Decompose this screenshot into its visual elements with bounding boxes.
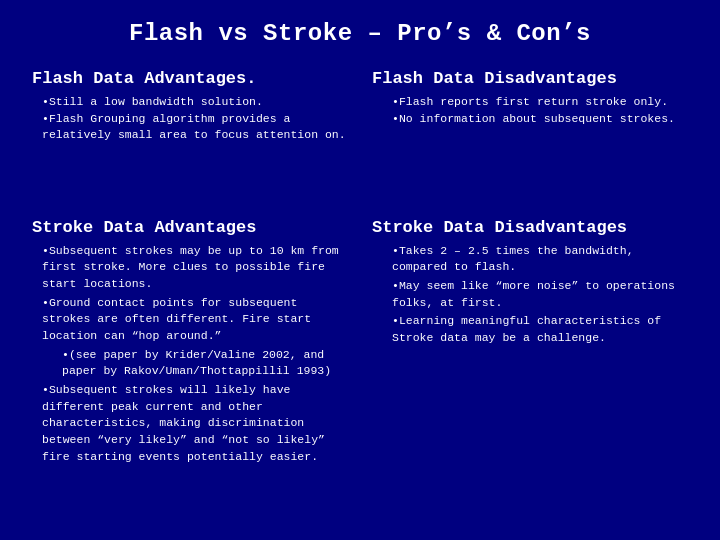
stroke-adv-bullet-1: •Subsequent strokes may be up to 10 km f… — [42, 243, 348, 293]
stroke-dis-bullet-1: •Takes 2 – 2.5 times the bandwidth, comp… — [392, 243, 688, 276]
flash-disadvantages-body: •Flash reports first return stroke only.… — [372, 94, 688, 127]
stroke-advantages-body: •Subsequent strokes may be up to 10 km f… — [32, 243, 348, 466]
flash-disadvantages-section: Flash Data Disadvantages •Flash reports … — [370, 65, 690, 204]
stroke-advantages-title: Stroke Data Advantages — [32, 218, 348, 237]
flash-adv-bullet-1: •Still a low bandwidth solution. — [42, 94, 348, 111]
content-grid: Flash Data Advantages. •Still a low band… — [30, 65, 690, 525]
flash-disadvantages-title: Flash Data Disadvantages — [372, 69, 688, 88]
flash-dis-bullet-1: •Flash reports first return stroke only. — [392, 94, 688, 111]
stroke-adv-bullet-4: •Subsequent strokes will likely have dif… — [42, 382, 348, 465]
flash-advantages-body: •Still a low bandwidth solution. •Flash … — [32, 94, 348, 144]
flash-adv-bullet-2: •Flash Grouping algorithm provides a rel… — [42, 111, 348, 144]
stroke-disadvantages-title: Stroke Data Disadvantages — [372, 218, 688, 237]
stroke-disadvantages-section: Stroke Data Disadvantages •Takes 2 – 2.5… — [370, 214, 690, 525]
flash-advantages-title: Flash Data Advantages. — [32, 69, 348, 88]
page: Flash vs Stroke – Pro’s & Con’s Flash Da… — [0, 0, 720, 540]
page-title: Flash vs Stroke – Pro’s & Con’s — [30, 20, 690, 47]
stroke-advantages-section: Stroke Data Advantages •Subsequent strok… — [30, 214, 350, 525]
flash-advantages-section: Flash Data Advantages. •Still a low band… — [30, 65, 350, 204]
stroke-dis-bullet-2: •May seem like “more noise” to operation… — [392, 278, 688, 311]
flash-dis-bullet-2: •No information about subsequent strokes… — [392, 111, 688, 128]
stroke-adv-bullet-3: •(see paper by Krider/Valine 2002, and p… — [62, 347, 348, 380]
stroke-dis-bullet-3: •Learning meaningful characteristics of … — [392, 313, 688, 346]
stroke-disadvantages-body: •Takes 2 – 2.5 times the bandwidth, comp… — [372, 243, 688, 347]
stroke-adv-bullet-2: •Ground contact points for subsequent st… — [42, 295, 348, 345]
